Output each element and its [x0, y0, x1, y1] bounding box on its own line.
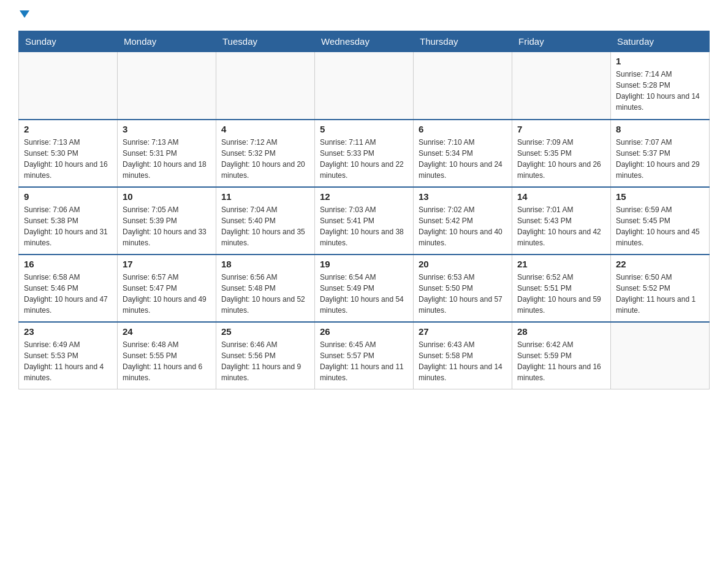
calendar-cell: 23Sunrise: 6:49 AM Sunset: 5:53 PM Dayli… [19, 322, 118, 389]
day-number: 10 [123, 191, 211, 202]
calendar-cell: 5Sunrise: 7:11 AM Sunset: 5:33 PM Daylig… [315, 120, 414, 187]
calendar-cell: 9Sunrise: 7:06 AM Sunset: 5:38 PM Daylig… [19, 187, 118, 255]
day-number: 7 [517, 124, 605, 134]
calendar-cell: 20Sunrise: 6:53 AM Sunset: 5:50 PM Dayli… [414, 255, 512, 322]
day-info: Sunrise: 7:02 AM Sunset: 5:42 PM Dayligh… [419, 204, 507, 248]
day-info: Sunrise: 6:50 AM Sunset: 5:52 PM Dayligh… [616, 272, 704, 316]
page-header [18, 12, 710, 20]
day-number: 5 [320, 124, 408, 134]
day-info: Sunrise: 6:59 AM Sunset: 5:45 PM Dayligh… [616, 204, 704, 248]
calendar-cell: 17Sunrise: 6:57 AM Sunset: 5:47 PM Dayli… [118, 255, 216, 322]
day-number: 18 [221, 259, 309, 269]
calendar-cell: 25Sunrise: 6:46 AM Sunset: 5:56 PM Dayli… [216, 322, 315, 389]
day-number: 26 [320, 326, 408, 337]
weekday-header-wednesday: Wednesday [315, 31, 414, 52]
day-info: Sunrise: 6:53 AM Sunset: 5:50 PM Dayligh… [419, 272, 507, 316]
day-number: 11 [221, 191, 309, 202]
logo [18, 12, 29, 20]
calendar-cell: 8Sunrise: 7:07 AM Sunset: 5:37 PM Daylig… [611, 120, 710, 187]
calendar-cell: 19Sunrise: 6:54 AM Sunset: 5:49 PM Dayli… [315, 255, 414, 322]
day-info: Sunrise: 6:56 AM Sunset: 5:48 PM Dayligh… [221, 272, 309, 316]
weekday-header-tuesday: Tuesday [216, 31, 315, 52]
day-number: 12 [320, 191, 408, 202]
day-info: Sunrise: 6:58 AM Sunset: 5:46 PM Dayligh… [24, 272, 112, 316]
day-info: Sunrise: 7:14 AM Sunset: 5:28 PM Dayligh… [616, 69, 704, 113]
day-number: 23 [24, 326, 112, 337]
day-number: 6 [419, 124, 507, 134]
day-info: Sunrise: 6:43 AM Sunset: 5:58 PM Dayligh… [419, 339, 507, 383]
weekday-header-saturday: Saturday [611, 31, 710, 52]
calendar-week-row: 9Sunrise: 7:06 AM Sunset: 5:38 PM Daylig… [19, 187, 710, 255]
calendar-cell: 28Sunrise: 6:42 AM Sunset: 5:59 PM Dayli… [512, 322, 611, 389]
day-number: 19 [320, 259, 408, 269]
day-number: 4 [221, 124, 309, 134]
calendar-cell [118, 52, 216, 120]
calendar-cell: 6Sunrise: 7:10 AM Sunset: 5:34 PM Daylig… [414, 120, 512, 187]
day-info: Sunrise: 6:52 AM Sunset: 5:51 PM Dayligh… [517, 272, 605, 316]
calendar-cell: 16Sunrise: 6:58 AM Sunset: 5:46 PM Dayli… [19, 255, 118, 322]
day-number: 28 [517, 326, 605, 337]
day-number: 27 [419, 326, 507, 337]
day-info: Sunrise: 7:13 AM Sunset: 5:31 PM Dayligh… [123, 137, 211, 181]
day-number: 2 [24, 124, 112, 134]
calendar-cell [611, 322, 710, 389]
day-number: 15 [616, 191, 704, 202]
calendar-cell [315, 52, 414, 120]
calendar-cell: 26Sunrise: 6:45 AM Sunset: 5:57 PM Dayli… [315, 322, 414, 389]
day-info: Sunrise: 7:03 AM Sunset: 5:41 PM Dayligh… [320, 204, 408, 248]
calendar-cell: 12Sunrise: 7:03 AM Sunset: 5:41 PM Dayli… [315, 187, 414, 255]
calendar-week-row: 2Sunrise: 7:13 AM Sunset: 5:30 PM Daylig… [19, 120, 710, 187]
day-number: 16 [24, 259, 112, 269]
calendar-table: SundayMondayTuesdayWednesdayThursdayFrid… [18, 31, 710, 389]
calendar-cell: 27Sunrise: 6:43 AM Sunset: 5:58 PM Dayli… [414, 322, 512, 389]
day-number: 3 [123, 124, 211, 134]
day-info: Sunrise: 7:01 AM Sunset: 5:43 PM Dayligh… [517, 204, 605, 248]
day-info: Sunrise: 7:06 AM Sunset: 5:38 PM Dayligh… [24, 204, 112, 248]
weekday-header-friday: Friday [512, 31, 611, 52]
day-number: 20 [419, 259, 507, 269]
day-number: 24 [123, 326, 211, 337]
calendar-cell [216, 52, 315, 120]
day-number: 22 [616, 259, 704, 269]
calendar-cell: 15Sunrise: 6:59 AM Sunset: 5:45 PM Dayli… [611, 187, 710, 255]
day-info: Sunrise: 7:05 AM Sunset: 5:39 PM Dayligh… [123, 204, 211, 248]
calendar-cell [19, 52, 118, 120]
day-number: 21 [517, 259, 605, 269]
day-number: 17 [123, 259, 211, 269]
day-info: Sunrise: 7:12 AM Sunset: 5:32 PM Dayligh… [221, 137, 309, 181]
day-info: Sunrise: 7:09 AM Sunset: 5:35 PM Dayligh… [517, 137, 605, 181]
day-number: 9 [24, 191, 112, 202]
calendar-week-row: 16Sunrise: 6:58 AM Sunset: 5:46 PM Dayli… [19, 255, 710, 322]
day-info: Sunrise: 6:57 AM Sunset: 5:47 PM Dayligh… [123, 272, 211, 316]
calendar-cell: 13Sunrise: 7:02 AM Sunset: 5:42 PM Dayli… [414, 187, 512, 255]
logo-triangle-icon [20, 10, 29, 18]
calendar-cell [512, 52, 611, 120]
calendar-cell: 24Sunrise: 6:48 AM Sunset: 5:55 PM Dayli… [118, 322, 216, 389]
calendar-cell: 7Sunrise: 7:09 AM Sunset: 5:35 PM Daylig… [512, 120, 611, 187]
day-info: Sunrise: 6:45 AM Sunset: 5:57 PM Dayligh… [320, 339, 408, 383]
day-info: Sunrise: 6:46 AM Sunset: 5:56 PM Dayligh… [221, 339, 309, 383]
calendar-week-row: 1Sunrise: 7:14 AM Sunset: 5:28 PM Daylig… [19, 52, 710, 120]
day-info: Sunrise: 7:04 AM Sunset: 5:40 PM Dayligh… [221, 204, 309, 248]
calendar-week-row: 23Sunrise: 6:49 AM Sunset: 5:53 PM Dayli… [19, 322, 710, 389]
calendar-cell: 2Sunrise: 7:13 AM Sunset: 5:30 PM Daylig… [19, 120, 118, 187]
weekday-header-monday: Monday [118, 31, 216, 52]
calendar-cell: 3Sunrise: 7:13 AM Sunset: 5:31 PM Daylig… [118, 120, 216, 187]
day-number: 14 [517, 191, 605, 202]
day-number: 8 [616, 124, 704, 134]
calendar-cell: 1Sunrise: 7:14 AM Sunset: 5:28 PM Daylig… [611, 52, 710, 120]
calendar-cell: 10Sunrise: 7:05 AM Sunset: 5:39 PM Dayli… [118, 187, 216, 255]
calendar-cell: 4Sunrise: 7:12 AM Sunset: 5:32 PM Daylig… [216, 120, 315, 187]
day-info: Sunrise: 7:10 AM Sunset: 5:34 PM Dayligh… [419, 137, 507, 181]
day-info: Sunrise: 6:54 AM Sunset: 5:49 PM Dayligh… [320, 272, 408, 316]
day-number: 13 [419, 191, 507, 202]
day-info: Sunrise: 6:49 AM Sunset: 5:53 PM Dayligh… [24, 339, 112, 383]
day-info: Sunrise: 6:42 AM Sunset: 5:59 PM Dayligh… [517, 339, 605, 383]
calendar-cell: 11Sunrise: 7:04 AM Sunset: 5:40 PM Dayli… [216, 187, 315, 255]
calendar-cell: 21Sunrise: 6:52 AM Sunset: 5:51 PM Dayli… [512, 255, 611, 322]
day-number: 1 [616, 56, 704, 66]
day-info: Sunrise: 7:07 AM Sunset: 5:37 PM Dayligh… [616, 137, 704, 181]
calendar-cell: 18Sunrise: 6:56 AM Sunset: 5:48 PM Dayli… [216, 255, 315, 322]
day-number: 25 [221, 326, 309, 337]
calendar-cell: 14Sunrise: 7:01 AM Sunset: 5:43 PM Dayli… [512, 187, 611, 255]
